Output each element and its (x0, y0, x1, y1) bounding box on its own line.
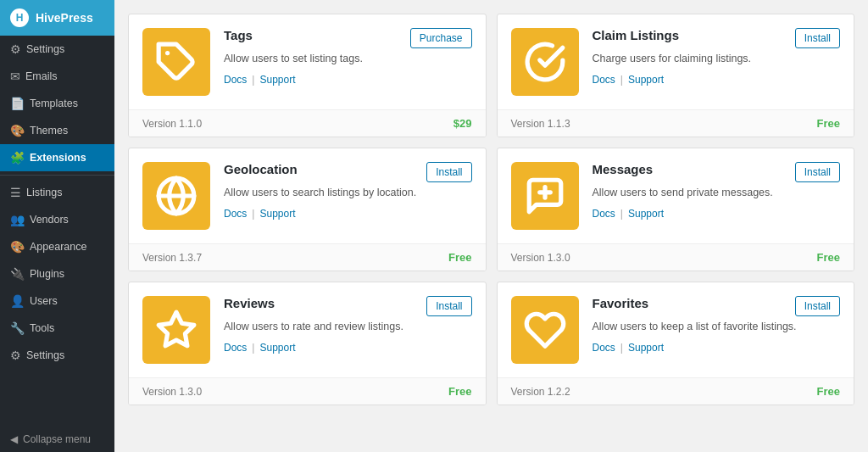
links-sep-claim: | (620, 74, 623, 86)
logo-icon: H (10, 8, 29, 27)
svg-marker-5 (159, 312, 194, 346)
install-button-messages[interactable]: Install (795, 162, 840, 182)
card-title-row-favorites: Favorites Install (593, 296, 841, 316)
support-link-tags[interactable]: Support (259, 74, 295, 86)
card-desc-tags: Allow users to set listing tags. (224, 52, 472, 67)
card-top-claim: Claim Listings Install Charge users for … (498, 14, 854, 110)
card-top-tags: Tags Purchase Allow users to set listing… (129, 14, 486, 110)
card-icon-favorites (511, 296, 579, 364)
brand-name: HivePress (36, 11, 93, 25)
card-version-messages: Version 1.3.0 (511, 252, 570, 264)
card-top-messages: Messages Install Allow users to send pri… (498, 148, 854, 244)
sidebar-label-listings: Listings (26, 187, 62, 198)
sidebar-item-emails[interactable]: ✉ Emails (0, 63, 114, 90)
card-footer-reviews: Version 1.3.0 Free (129, 378, 486, 405)
support-link-geo[interactable]: Support (259, 208, 295, 220)
card-title-row-tags: Tags Purchase (224, 28, 472, 48)
docs-link-reviews[interactable]: Docs (224, 342, 247, 354)
install-button-claim[interactable]: Install (795, 28, 840, 48)
card-info-tags: Tags Purchase Allow users to set listing… (224, 28, 472, 96)
sidebar-item-users[interactable]: 👤 Users (0, 287, 114, 315)
heart-icon (524, 309, 566, 351)
emails-icon: ✉ (10, 70, 20, 83)
docs-link-geo[interactable]: Docs (224, 208, 247, 220)
sidebar-label-settings: Settings (26, 43, 64, 55)
card-price-tags: $29 (453, 117, 472, 130)
card-price-messages: Free (817, 251, 840, 264)
card-title-geo: Geolocation (224, 162, 298, 176)
sidebar-item-tools[interactable]: 🔧 Tools (0, 315, 114, 342)
sidebar-item-settings2[interactable]: ⚙ Settings (0, 342, 114, 369)
install-button-favorites[interactable]: Install (795, 296, 840, 316)
sidebar-label-users: Users (30, 295, 58, 307)
card-icon-geo (142, 162, 210, 230)
settings2-icon: ⚙ (10, 349, 21, 362)
support-link-reviews[interactable]: Support (259, 342, 295, 354)
sidebar-label-appearance: Appearance (30, 241, 86, 253)
sidebar: H HivePress ⚙ Settings ✉ Emails 📄 Templa… (0, 0, 114, 452)
card-links-reviews: Docs | Support (224, 342, 472, 354)
message-icon (524, 175, 566, 217)
card-title-row-geo: Geolocation Install (224, 162, 472, 182)
sidebar-item-listings[interactable]: ☰ Listings (0, 179, 114, 206)
support-link-claim[interactable]: Support (628, 74, 664, 86)
main-content: Tags Purchase Allow users to set listing… (114, 0, 868, 452)
links-sep-favorites: | (620, 342, 623, 354)
collapse-menu-button[interactable]: ◀ Collapse menu (0, 427, 114, 452)
install-button-geo[interactable]: Install (426, 162, 471, 182)
sidebar-label-emails: Emails (25, 70, 58, 82)
card-desc-messages: Allow users to send private messages. (593, 186, 841, 201)
docs-link-tags[interactable]: Docs (224, 74, 247, 86)
card-title-favorites: Favorites (593, 296, 649, 310)
sidebar-label-tools: Tools (30, 322, 54, 334)
card-links-geo: Docs | Support (224, 208, 472, 220)
tag-icon (155, 41, 198, 83)
sidebar-item-plugins[interactable]: 🔌 Plugins (0, 260, 114, 287)
card-title-row-reviews: Reviews Install (224, 296, 472, 316)
docs-link-messages[interactable]: Docs (593, 208, 615, 220)
extensions-grid: Tags Purchase Allow users to set listing… (128, 14, 854, 405)
purchase-button-tags[interactable]: Purchase (410, 28, 472, 48)
support-link-messages[interactable]: Support (628, 208, 664, 220)
sidebar-label-plugins: Plugins (30, 268, 64, 280)
card-version-favorites: Version 1.2.2 (511, 386, 570, 398)
docs-link-claim[interactable]: Docs (593, 74, 615, 86)
sidebar-item-templates[interactable]: 📄 Templates (0, 90, 114, 117)
card-title-row-messages: Messages Install (593, 162, 841, 182)
docs-link-favorites[interactable]: Docs (593, 342, 615, 354)
card-info-geo: Geolocation Install Allow users to searc… (224, 162, 472, 230)
sidebar-item-themes[interactable]: 🎨 Themes (0, 117, 114, 144)
vendors-icon: 👥 (10, 213, 25, 226)
sidebar-item-appearance[interactable]: 🎨 Appearance (0, 233, 114, 260)
links-sep-reviews: | (252, 342, 254, 354)
sidebar-label-settings2: Settings (26, 349, 64, 361)
settings-icon: ⚙ (10, 42, 21, 56)
card-title-tags: Tags (224, 28, 253, 42)
extension-card-geolocation: Geolocation Install Allow users to searc… (128, 148, 487, 271)
card-footer-claim: Version 1.1.3 Free (498, 110, 854, 137)
sidebar-divider (0, 175, 114, 176)
themes-icon: 🎨 (10, 124, 25, 137)
card-links-messages: Docs | Support (593, 208, 841, 220)
card-price-claim: Free (817, 117, 840, 130)
card-version-reviews: Version 1.3.0 (142, 386, 202, 398)
sidebar-item-vendors[interactable]: 👥 Vendors (0, 206, 114, 233)
card-title-messages: Messages (593, 162, 654, 176)
support-link-favorites[interactable]: Support (628, 342, 664, 354)
templates-icon: 📄 (10, 97, 25, 110)
install-button-reviews[interactable]: Install (426, 296, 471, 316)
sidebar-item-settings[interactable]: ⚙ Settings (0, 36, 114, 63)
card-links-claim: Docs | Support (593, 74, 841, 86)
card-top-geo: Geolocation Install Allow users to searc… (129, 148, 486, 244)
globe-icon (155, 175, 198, 217)
extension-card-favorites: Favorites Install Allow users to keep a … (497, 282, 855, 405)
card-title-row-claim: Claim Listings Install (593, 28, 841, 48)
card-top-reviews: Reviews Install Allow users to rate and … (129, 282, 486, 378)
collapse-label: Collapse menu (23, 433, 91, 445)
check-circle-icon (524, 41, 566, 83)
card-icon-tags (142, 28, 210, 96)
card-version-tags: Version 1.1.0 (142, 118, 202, 130)
brand-logo[interactable]: H HivePress (0, 0, 114, 36)
sidebar-label-vendors: Vendors (30, 214, 69, 226)
sidebar-item-extensions[interactable]: 🧩 Extensions (0, 144, 114, 171)
